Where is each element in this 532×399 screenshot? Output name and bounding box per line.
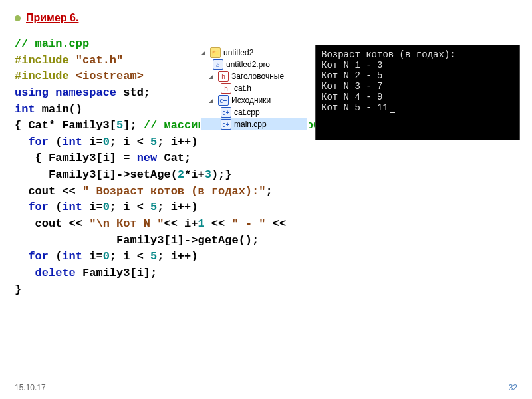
bullet-icon — [15, 15, 21, 21]
h-file-icon: h — [221, 83, 231, 94]
cursor-icon — [390, 112, 395, 113]
header-folder-icon: h — [218, 71, 229, 82]
tree-root[interactable]: ◢📁untitled2 — [201, 47, 307, 59]
page-number: 32 — [509, 383, 517, 392]
console-line: Кот N 2 - 5 — [321, 70, 514, 81]
source-folder-icon: c+ — [218, 95, 229, 106]
footer-date: 15.10.17 — [15, 383, 46, 392]
console-line: Кот N 1 - 3 — [321, 60, 514, 70]
project-tree: ◢📁untitled2 ⌂untitled2.pro ◢hЗаголовочны… — [200, 45, 309, 132]
cpp-file-icon: c+ — [221, 107, 231, 118]
tree-pro[interactable]: ⌂untitled2.pro — [201, 59, 307, 70]
console-output: Возраст котов (в годах): Кот N 1 - 3 Кот… — [316, 45, 519, 140]
footer: 15.10.17 32 — [15, 383, 517, 392]
console-line: Кот N 4 - 9 — [321, 92, 514, 102]
console-line: Кот N 5 - 11 — [321, 102, 514, 113]
tree-headers[interactable]: ◢hЗаголовочные — [201, 70, 307, 82]
slide-title: Пример 6. — [15, 12, 517, 24]
tree-sources[interactable]: ◢c+Исходники — [201, 94, 307, 106]
cpp-file-icon: c+ — [221, 119, 231, 130]
folder-icon: 📁 — [210, 47, 221, 58]
tree-maincpp[interactable]: c+main.cpp — [201, 118, 307, 130]
file-icon: ⌂ — [213, 59, 223, 70]
console-line: Кот N 3 - 7 — [321, 81, 514, 92]
console-line: Возраст котов (в годах): — [321, 49, 514, 60]
tree-catcpp[interactable]: c+cat.cpp — [201, 106, 307, 118]
tree-cath[interactable]: hcat.h — [201, 82, 307, 94]
